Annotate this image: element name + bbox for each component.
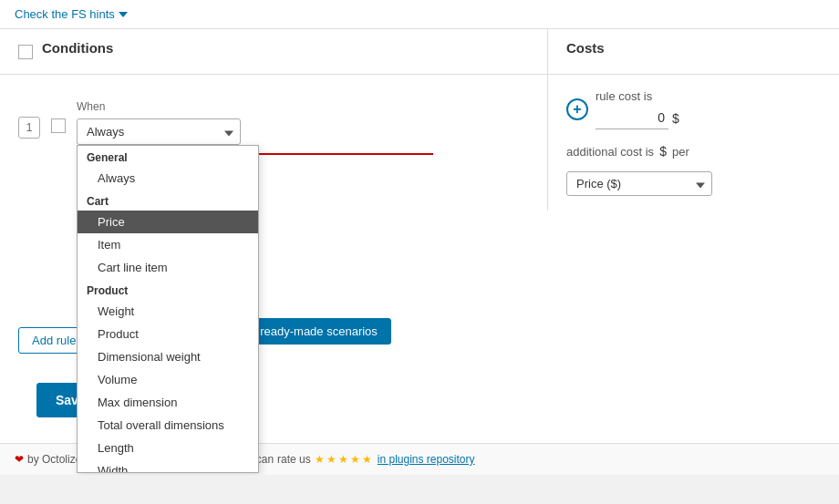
dropdown-item-cart-line-item[interactable]: Cart line item xyxy=(78,256,258,279)
conditions-checkbox[interactable] xyxy=(18,45,33,59)
group-general: General xyxy=(78,146,258,167)
dropdown-item-item[interactable]: Item xyxy=(78,233,258,256)
dropdown-scroll[interactable]: General Always Cart Price Item Cart line… xyxy=(78,146,258,473)
rule-number: 1 xyxy=(18,117,40,139)
dropdown-item-width[interactable]: Width xyxy=(78,459,258,473)
rule-checkbox[interactable] xyxy=(51,118,66,133)
fs-hints-link[interactable]: Check the FS hints xyxy=(15,7,128,21)
conditions-column: Conditions xyxy=(0,29,547,74)
triangle-down-icon xyxy=(119,12,128,17)
dropdown-item-product[interactable]: Product xyxy=(78,323,258,345)
rule-cost-row: + rule cost is $ xyxy=(566,89,821,129)
main-container: Conditions Costs 1 When xyxy=(0,29,839,475)
when-label: When xyxy=(77,100,241,113)
footer-rate-us: rate us xyxy=(277,453,311,466)
heart-icon: ❤ xyxy=(15,453,24,466)
rule-cost-group: rule cost is $ xyxy=(596,89,679,129)
per-select-wrapper: Price ($) Weight Item Volume xyxy=(566,171,712,196)
costs-title: Costs xyxy=(566,40,605,56)
conditions-title: Conditions xyxy=(42,40,113,56)
rule-cost-input-group: $ xyxy=(596,107,679,129)
footer-repo-link[interactable]: in plugins repository xyxy=(378,453,475,466)
when-row: 1 When Always xyxy=(18,89,529,145)
additional-cost-label-row: additional cost is $ per xyxy=(566,144,821,159)
per-label: per xyxy=(672,145,689,159)
per-select[interactable]: Price ($) Weight Item Volume xyxy=(566,171,712,196)
when-select-wrapper: When Always xyxy=(77,100,241,145)
fs-hints-text: Check the FS hints xyxy=(15,7,115,21)
dropdown-item-max-dimension[interactable]: Max dimension xyxy=(78,391,258,414)
costs-column-header: Costs xyxy=(547,29,839,74)
add-cost-button[interactable]: + xyxy=(566,98,588,120)
conditions-content: 1 When Always xyxy=(0,75,547,368)
group-cart: Cart xyxy=(78,190,258,211)
dropdown-item-volume[interactable]: Volume xyxy=(78,368,258,391)
top-bar: Check the FS hints xyxy=(0,0,839,29)
group-product: Product xyxy=(78,279,258,300)
content-row: 1 When Always xyxy=(0,75,839,368)
rule-cost-label: rule cost is xyxy=(596,89,679,103)
footer-stars: ★★★★★ xyxy=(315,453,374,466)
select-container: Always General Always xyxy=(77,118,241,145)
dropdown-item-price[interactable]: Price xyxy=(78,211,258,233)
section-header-row: Conditions Costs xyxy=(0,29,839,75)
dropdown-list: General Always Cart Price Item Cart line… xyxy=(77,145,259,473)
dropdown-item-length[interactable]: Length xyxy=(78,437,258,459)
rule-cost-currency: $ xyxy=(672,111,679,126)
dropdown-item-always[interactable]: Always xyxy=(78,167,258,190)
additional-cost-label: additional cost is xyxy=(566,145,654,159)
dropdown-item-total-overall-dimensions[interactable]: Total overall dimensions xyxy=(78,414,258,437)
rule-cost-input[interactable] xyxy=(596,107,668,129)
costs-inner: + rule cost is $ additional cost is xyxy=(566,89,821,196)
when-select[interactable]: Always xyxy=(77,118,241,145)
additional-currency: $ xyxy=(659,144,667,159)
costs-content: + rule cost is $ additional cost is xyxy=(547,75,839,211)
page-wrapper: Check the FS hints Conditions Costs xyxy=(0,0,839,475)
additional-cost-row: additional cost is $ per Price ($) Weigh… xyxy=(566,144,821,196)
dropdown-item-weight[interactable]: Weight xyxy=(78,300,258,323)
dropdown-item-dimensional-weight[interactable]: Dimensional weight xyxy=(78,345,258,368)
